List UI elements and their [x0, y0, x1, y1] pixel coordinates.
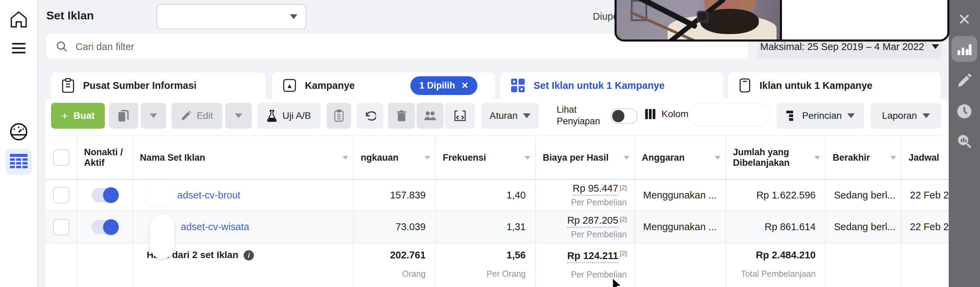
edit-pencil-icon[interactable] — [957, 73, 972, 88]
cost-footnote: [2] — [620, 184, 627, 191]
header-label: Jadwal — [908, 153, 939, 163]
pencil-icon — [181, 111, 191, 121]
home-icon[interactable] — [9, 10, 29, 29]
menu-icon[interactable] — [12, 40, 25, 56]
toggle-knob — [103, 187, 119, 203]
table-header-row: Nonakti / Aktif Nama Set Iklan ngkauan F… — [46, 136, 950, 180]
duplicate-more-button[interactable] — [141, 103, 166, 129]
summary-spent-cell: Rp 2.484.210 Total Pembelanjaan — [726, 244, 826, 287]
adset-active-toggle[interactable] — [92, 220, 118, 234]
column-header-schedule[interactable]: Jadwal — [902, 136, 950, 179]
column-header-reach[interactable]: ngkauan — [354, 136, 436, 179]
cost-footnote: [2] — [620, 250, 627, 257]
column-header-budget[interactable]: Anggaran — [635, 136, 726, 179]
summary-row: Hasil dari 2 set Iklan i 202.761 Orang 1… — [46, 244, 950, 287]
edit-more-button[interactable] — [225, 103, 252, 129]
summary-frequency-value: 1,56 — [507, 250, 526, 261]
ab-test-button[interactable]: Uji A/B — [257, 103, 321, 129]
budget-cell: Menggunakan ... — [635, 180, 726, 210]
duplicate-button[interactable] — [109, 103, 138, 129]
row-checkbox[interactable] — [53, 187, 69, 203]
delete-button[interactable] — [388, 103, 415, 129]
create-button[interactable]: + Buat — [51, 103, 105, 129]
select-all-checkbox[interactable] — [53, 150, 69, 166]
search-insights-icon[interactable] — [956, 134, 972, 149]
adsets-table: Nonakti / Aktif Nama Set Iklan ngkauan F… — [46, 136, 950, 287]
tab-set-iklan[interactable]: Set Iklan untuk 1 Kampanye — [500, 72, 723, 99]
ads-table-icon[interactable] — [5, 148, 32, 175]
ad-placement-icon — [738, 78, 751, 93]
column-header-name[interactable]: Nama Set Iklan — [133, 136, 354, 179]
rules-button[interactable]: Aturan — [481, 103, 539, 129]
cost-cell: Rp 95.447[2] Per Pembelian — [536, 180, 635, 210]
selected-filter-badge[interactable]: 1 Dipilih ✕ — [410, 76, 477, 95]
view-setup-toggle[interactable] — [611, 108, 638, 124]
left-sidebar — [0, 0, 38, 287]
campaign-folder-icon — [282, 78, 297, 92]
column-header-spent[interactable]: Jumlah yang Dibelanjakan — [726, 136, 826, 179]
header-label: Frekuensi — [443, 153, 486, 163]
column-header-frequency[interactable]: Frekuensi — [436, 136, 536, 179]
close-icon[interactable]: ✕ — [958, 10, 971, 29]
cost-value[interactable]: Rp 287.205 — [567, 215, 618, 228]
edit-button[interactable]: Edit — [172, 103, 223, 129]
table-row: adset-cv-brout 157.839 1,40 Rp 95.447[2]… — [46, 180, 950, 211]
deselect-icon[interactable]: ✕ — [461, 80, 469, 91]
trash-icon — [396, 110, 407, 122]
clipboard-icon — [61, 78, 75, 93]
columns-button[interactable]: Kolom: — [644, 108, 691, 120]
insights-chart-icon[interactable] — [951, 36, 977, 62]
adset-active-toggle[interactable] — [92, 188, 118, 202]
tab-label: Kampanye — [305, 80, 355, 91]
audience-button[interactable] — [417, 103, 444, 129]
tab-pusat-sumber-informasi[interactable]: Pusat Sumber Informasi — [51, 72, 266, 99]
info-icon[interactable]: i — [243, 250, 254, 260]
summary-cost-value[interactable]: Rp 124.211 — [567, 250, 618, 263]
adset-name-link[interactable]: adset-cv-wisata — [181, 221, 249, 233]
sort-icon — [624, 156, 630, 159]
row-select-cell — [46, 211, 77, 243]
adset-name-link[interactable]: adset-cv-brout — [177, 190, 240, 201]
search-input[interactable] — [76, 41, 688, 53]
cost-value[interactable]: Rp 95.447 — [573, 183, 618, 196]
paste-button[interactable] — [327, 103, 351, 129]
chevron-down-icon — [290, 14, 298, 19]
cost-note: Per Pembelian — [571, 230, 627, 239]
adset-panel: + Buat Edit Uji A/B Aturan Lihat Penyiap… — [46, 99, 950, 287]
column-header-cost[interactable]: Biaya per Hasil — [536, 136, 635, 179]
duplicate-icon — [118, 109, 129, 122]
columns-select[interactable] — [689, 104, 770, 126]
dashboard-gauge-icon[interactable] — [8, 121, 29, 142]
columns-label: Kolom: — [662, 108, 691, 120]
report-button[interactable]: Laporan — [871, 103, 941, 129]
frequency-cell: 1,31 — [436, 211, 536, 243]
spent-cell: Rp 861.614 — [726, 211, 826, 243]
adset-grid-icon — [511, 78, 525, 93]
summary-frequency-cell: 1,56 Per Orang — [436, 244, 536, 287]
chevron-down-icon — [847, 113, 855, 118]
header-label: Berakhir — [833, 153, 870, 163]
mouse-cursor — [611, 277, 624, 287]
row-checkbox[interactable] — [53, 219, 69, 235]
export-button[interactable] — [445, 103, 475, 129]
summary-reach-cell: 202.761 Orang — [354, 244, 436, 287]
date-range-value: Maksimal: 25 Sep 2019 – 4 Mar 2022 — [760, 41, 924, 53]
breakdown-button[interactable]: Perincian — [776, 103, 864, 129]
ends-cell: Sedang berl... — [826, 180, 902, 210]
tab-kampanye[interactable]: Kampanye 1 Dipilih ✕ — [272, 72, 495, 99]
undo-button[interactable] — [356, 103, 383, 129]
adset-selector-dropdown[interactable] — [156, 4, 306, 29]
header-label: Nonakti / Aktif — [84, 147, 126, 168]
create-label: Buat — [73, 110, 95, 121]
chevron-down-icon — [932, 44, 939, 49]
summary-spent-value: Rp 2.484.210 — [756, 250, 816, 261]
history-clock-icon[interactable] — [956, 104, 972, 119]
column-header-status[interactable]: Nonakti / Aktif — [77, 136, 133, 179]
header-label: Anggaran — [642, 153, 685, 163]
sort-icon — [814, 156, 821, 159]
thumbnail-placeholder — [150, 214, 175, 259]
tab-iklan[interactable]: Iklan untuk 1 Kampanye — [728, 72, 940, 99]
cost-footnote: [2] — [620, 215, 627, 223]
cost-note: Per Pembelian — [571, 198, 627, 207]
column-header-ends[interactable]: Berakhir — [826, 136, 902, 179]
